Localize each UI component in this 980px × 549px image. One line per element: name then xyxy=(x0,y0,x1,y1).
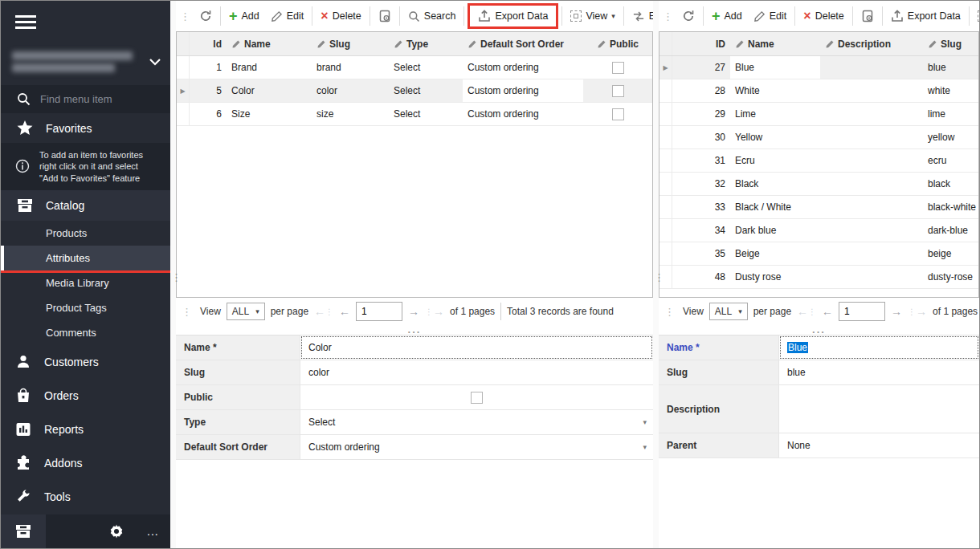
row-indicator xyxy=(659,79,672,102)
first-page-button[interactable]: ←⋮ xyxy=(797,305,816,318)
chevron-down-icon: ▾ xyxy=(611,12,615,20)
page-number-input[interactable] xyxy=(839,302,885,321)
slug-field[interactable]: color xyxy=(300,360,653,384)
search-button[interactable]: Search xyxy=(403,7,461,26)
plus-icon: + xyxy=(712,10,721,22)
column-header-public[interactable]: Public xyxy=(583,39,652,50)
column-header-name[interactable]: Name xyxy=(227,39,312,50)
parent-field[interactable]: None xyxy=(779,433,979,458)
sidebar-item-product-tags[interactable]: Product Tags xyxy=(1,295,170,320)
table-row-selected[interactable]: ▶ 27 Blue blue xyxy=(659,56,978,79)
table-row[interactable]: 31 Ecru ecru xyxy=(659,149,978,173)
first-page-button[interactable]: ←⋮ xyxy=(314,305,333,318)
cell-name: Ecru xyxy=(730,155,820,166)
next-page-button[interactable]: → xyxy=(408,305,419,318)
settings-gear-button[interactable] xyxy=(108,523,125,539)
prev-page-button[interactable]: ← xyxy=(339,305,350,318)
add-button[interactable]: + Add xyxy=(707,7,747,25)
public-checkbox[interactable] xyxy=(471,392,483,404)
sidebar-section-catalog[interactable]: Catalog xyxy=(1,190,170,221)
sidebar-item-label: Addons xyxy=(44,457,82,470)
preview-button[interactable] xyxy=(374,6,396,26)
name-field[interactable]: Color xyxy=(300,336,653,360)
last-page-button[interactable]: ⋮→ xyxy=(908,305,927,318)
name-field[interactable]: Blue xyxy=(779,336,979,360)
cell-sort-focused[interactable]: Custom ordering xyxy=(463,79,583,102)
table-row[interactable]: 6 Size size Select Custom ordering xyxy=(177,103,652,126)
page-size-select[interactable]: ALL ▾ xyxy=(227,303,265,320)
cell-type: Select xyxy=(389,108,463,120)
refresh-button[interactable] xyxy=(677,6,700,26)
view-dropdown-button[interactable]: View ▾ xyxy=(973,7,979,25)
column-header-slug[interactable]: Slug xyxy=(905,39,978,50)
table-row[interactable]: 30 Yellow yellow xyxy=(659,126,978,149)
search-input[interactable] xyxy=(40,93,153,105)
gear-icon xyxy=(108,523,125,539)
next-page-button[interactable]: → xyxy=(891,305,902,318)
page-number-input[interactable] xyxy=(356,302,402,321)
cell-name-focused[interactable]: Blue xyxy=(730,56,820,79)
sidebar-item-reports[interactable]: Reports xyxy=(1,413,170,446)
edit-button[interactable]: Edit xyxy=(749,7,792,26)
table-row[interactable]: 35 Beige beige xyxy=(659,242,978,266)
edit-button[interactable]: Edit xyxy=(266,7,309,26)
page-size-select[interactable]: ALL ▾ xyxy=(709,303,748,320)
column-header-id[interactable]: ID xyxy=(672,39,730,50)
description-field[interactable] xyxy=(779,385,979,433)
account-selector[interactable] xyxy=(1,40,170,85)
prev-page-button[interactable]: ← xyxy=(822,305,833,318)
column-header-sort[interactable]: Default Sort Order xyxy=(463,39,583,50)
table-row-selected[interactable]: ▶ 5 Color color Select Custom ordering xyxy=(177,79,652,103)
cell-id: 28 xyxy=(672,85,730,96)
view-dropdown-button[interactable]: View ▾ xyxy=(566,7,619,25)
column-header-slug[interactable]: Slug xyxy=(312,39,389,50)
column-header-name[interactable]: Name xyxy=(730,39,820,50)
refresh-button[interactable] xyxy=(194,6,217,26)
delete-button[interactable]: × Delete xyxy=(316,7,365,25)
table-row[interactable]: 34 Dark blue dark-blue xyxy=(659,219,978,242)
sidebar-section-label: Catalog xyxy=(46,199,84,212)
hamburger-menu-icon[interactable] xyxy=(1,1,170,40)
sidebar-item-attributes[interactable]: Attributes xyxy=(1,246,170,270)
last-page-button[interactable]: ⋮→ xyxy=(425,305,444,318)
export-data-button[interactable]: Export Data xyxy=(886,6,966,26)
sidebar-splitter[interactable]: ⋮ xyxy=(170,1,176,548)
public-checkbox[interactable] xyxy=(612,85,624,97)
table-row[interactable]: 1 Brand brand Select Custom ordering xyxy=(177,56,652,79)
catalog-tab-button[interactable] xyxy=(1,514,46,548)
form-splitter[interactable]: ... xyxy=(176,325,653,335)
export-grid-dropdown-button[interactable]: Export Grid ▾ xyxy=(627,7,653,26)
column-header-id[interactable]: Id xyxy=(190,39,227,50)
edit-label: Edit xyxy=(287,10,304,22)
sidebar-item-addons[interactable]: Addons xyxy=(1,446,170,480)
public-checkbox[interactable] xyxy=(612,108,624,120)
export-data-button[interactable]: Export Data xyxy=(473,6,553,26)
table-row[interactable]: 29 Lime lime xyxy=(659,103,978,126)
sidebar-item-comments[interactable]: Comments xyxy=(1,320,170,345)
sort-select-field[interactable]: Custom ordering ▾ xyxy=(300,435,653,459)
table-row[interactable]: 32 Black black xyxy=(659,173,978,196)
table-row[interactable]: 28 White white xyxy=(659,79,978,103)
column-header-description[interactable]: Description xyxy=(820,39,905,50)
grid-header-row: ID Name Description Slug xyxy=(659,32,978,56)
column-header-type[interactable]: Type xyxy=(389,39,463,50)
add-button[interactable]: + Add xyxy=(224,7,264,25)
sidebar-item-products[interactable]: Products xyxy=(1,221,170,246)
form-splitter[interactable]: ... xyxy=(659,325,979,335)
table-row[interactable]: 33 Black / White black-white xyxy=(659,196,978,219)
sidebar-item-favorites[interactable]: Favorites xyxy=(1,113,170,143)
sidebar-item-media-library[interactable]: Media Library xyxy=(1,270,170,295)
preview-button[interactable] xyxy=(856,6,879,26)
delete-button[interactable]: × Delete xyxy=(798,7,848,25)
public-checkbox[interactable] xyxy=(612,62,624,74)
type-select-field[interactable]: Select ▾ xyxy=(300,410,653,434)
slug-field[interactable]: blue xyxy=(779,360,979,384)
more-options-button[interactable]: ... xyxy=(147,525,159,538)
panel-splitter[interactable]: ⋮ xyxy=(653,1,659,548)
sidebar-item-customers[interactable]: Customers xyxy=(1,345,170,379)
sidebar-item-orders[interactable]: Orders xyxy=(1,379,170,413)
sidebar-item-tools[interactable]: Tools xyxy=(1,480,170,514)
pencil-icon xyxy=(597,39,606,49)
table-row[interactable]: 48 Dusty rose dusty-rose xyxy=(659,266,978,289)
pager-view-label: View xyxy=(683,306,704,317)
